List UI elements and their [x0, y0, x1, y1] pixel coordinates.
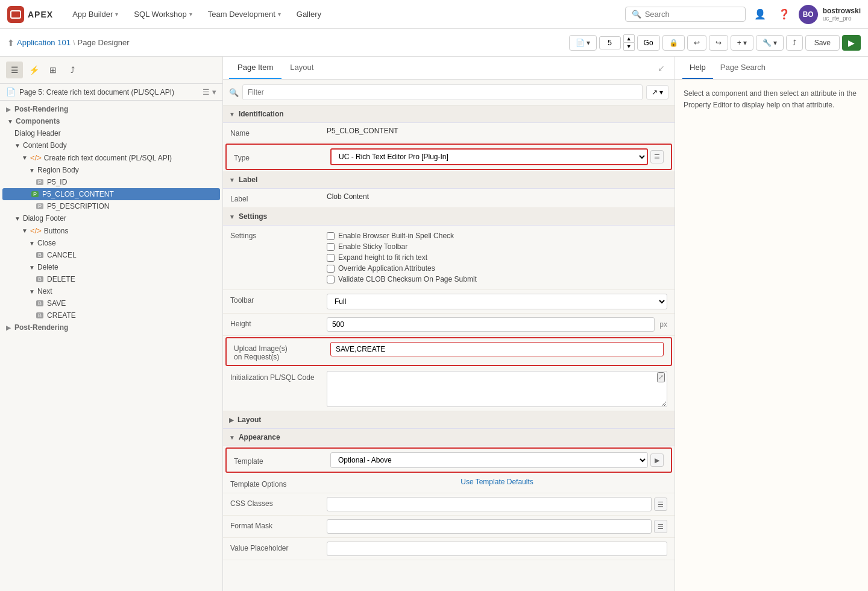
checkbox-spell[interactable]: Enable Browser Built-in Spell Check — [327, 232, 667, 240]
appearance-label: Appearance — [239, 433, 280, 441]
nav-app-builder-arrow: ▾ — [115, 11, 118, 17]
checkbox-validate[interactable]: Validate CLOB Checksum On Page Submit — [327, 275, 667, 283]
tree-components[interactable]: ▼ Components — [0, 115, 222, 127]
nav-sql-workshop[interactable]: SQL Workshop ▾ — [127, 6, 199, 22]
delete-arrow: ▼ — [29, 264, 35, 271]
value-placeholder-input[interactable] — [327, 542, 667, 556]
post-rendering-arrow: ▶ — [6, 324, 12, 331]
spell-check-checkbox[interactable] — [327, 232, 335, 240]
textarea-expand-button[interactable]: ⤢ — [657, 372, 665, 382]
redo-button[interactable]: ↪ — [709, 35, 728, 51]
type-list-button[interactable]: ☰ — [650, 150, 664, 163]
section-label[interactable]: ▼ Label — [223, 171, 675, 189]
nav-app-builder[interactable]: App Builder ▾ — [65, 6, 125, 22]
toolbar-select[interactable]: Full — [327, 294, 667, 309]
css-classes-list-btn[interactable]: ☰ — [654, 498, 667, 511]
share-button[interactable]: ⤴ — [786, 35, 803, 51]
tree-create-richtxt[interactable]: ▼ </> Create rich text document (PL/SQL … — [14, 151, 222, 164]
template-select[interactable]: Optional - Above — [330, 452, 648, 468]
tree-p5-description[interactable]: P P5_DESCRIPTION — [29, 200, 222, 212]
format-mask-list-btn[interactable]: ☰ — [654, 520, 667, 533]
value-placeholder-value — [327, 542, 667, 556]
page-number-input[interactable] — [599, 36, 621, 49]
tab-page-search[interactable]: Page Search — [713, 57, 773, 79]
apex-logo[interactable]: APEX — [7, 6, 53, 23]
tab-help[interactable]: Help — [682, 57, 713, 79]
search-input[interactable] — [645, 10, 739, 19]
section-layout[interactable]: ▶ Layout — [223, 411, 675, 429]
lock-button[interactable]: 🔒 — [662, 35, 685, 51]
go-button[interactable]: Go — [637, 35, 660, 51]
filter-input[interactable] — [242, 84, 643, 100]
breadcrumb-separator: \ — [73, 38, 75, 47]
page-num-down[interactable]: ▼ — [623, 43, 635, 51]
save-button[interactable]: Save — [805, 35, 840, 51]
filter-expand-button[interactable]: ↗ ▾ — [646, 85, 668, 100]
help-button[interactable]: ❓ — [775, 5, 794, 24]
search-box[interactable]: 🔍 — [625, 7, 746, 22]
tree-p5-id[interactable]: P P5_ID — [29, 176, 222, 188]
tree-create-button[interactable]: B CREATE — [29, 309, 222, 321]
tree-content-body[interactable]: ▼ Content Body — [7, 139, 222, 151]
label-section-arrow: ▼ — [229, 177, 235, 183]
toolbar-value: Full — [327, 294, 667, 309]
component-button[interactable]: ⊞ — [45, 62, 61, 78]
tree-next[interactable]: ▼ Next — [22, 285, 222, 297]
checkbox-sticky[interactable]: Enable Sticky Toolbar — [327, 242, 667, 251]
apex-logo-text: APEX — [28, 10, 53, 19]
row-upload: Upload Image(s)on Request(s) — [225, 337, 672, 366]
format-mask-input[interactable] — [327, 519, 652, 534]
tree-delete-button[interactable]: B DELETE — [29, 273, 222, 285]
upload-input[interactable] — [330, 342, 664, 356]
checkbox-override[interactable]: Override Application Attributes — [327, 264, 667, 273]
undo-button[interactable]: ↩ — [687, 35, 706, 51]
section-identification[interactable]: ▼ Identification — [223, 106, 675, 123]
checkbox-expand[interactable]: Expand height to fit rich text — [327, 253, 667, 262]
tree-pre-rendering[interactable]: ▶ Post-Rendering — [0, 103, 222, 115]
tree-view-button[interactable]: ☰ — [6, 62, 23, 78]
run-button[interactable]: ▶ — [842, 35, 861, 51]
create-richtxt-arrow: ▼ — [22, 154, 28, 161]
nav-gallery[interactable]: Gallery — [289, 6, 329, 22]
template-navigate-button[interactable]: ▶ — [650, 454, 664, 467]
tab-spacer — [322, 57, 654, 79]
validate-clob-checkbox[interactable] — [327, 276, 335, 283]
tree-region-body[interactable]: ▼ Region Body — [22, 164, 222, 176]
tree-buttons[interactable]: ▼ </> Buttons — [14, 224, 222, 237]
tab-layout[interactable]: Layout — [281, 57, 322, 79]
height-input[interactable] — [327, 317, 655, 332]
tree-dialog-header[interactable]: Dialog Header — [7, 127, 222, 139]
type-select[interactable]: UC - Rich Text Editor Pro [Plug-In] — [330, 148, 648, 165]
tree-cancel-button[interactable]: B CANCEL — [29, 249, 222, 261]
css-classes-input[interactable] — [327, 497, 652, 511]
override-attrs-checkbox[interactable] — [327, 265, 335, 273]
page-num-up[interactable]: ▲ — [623, 34, 635, 43]
template-options-link[interactable]: Use Template Defaults — [461, 478, 533, 486]
tree-dialog-footer[interactable]: ▼ Dialog Footer — [7, 212, 222, 224]
tab-page-item[interactable]: Page Item — [229, 57, 281, 79]
tree-post-rendering[interactable]: ▶ Post-Rendering — [0, 321, 222, 333]
sticky-toolbar-checkbox[interactable] — [327, 243, 335, 251]
nav-menu: App Builder ▾ SQL Workshop ▾ Team Develo… — [65, 6, 625, 22]
share-left-button[interactable]: ⤴ — [64, 62, 81, 78]
init-plsql-textarea[interactable] — [327, 371, 667, 407]
wrench-button[interactable]: 🔧 ▾ — [756, 35, 784, 51]
tree-delete[interactable]: ▼ Delete — [22, 261, 222, 273]
flash-button[interactable]: ⚡ — [25, 62, 42, 78]
notifications-button[interactable]: 👤 — [750, 5, 770, 24]
tree-save-button[interactable]: B SAVE — [29, 297, 222, 309]
row-value-placeholder: Value Placeholder — [223, 538, 675, 560]
p5-id-icon: P — [36, 179, 43, 185]
tree-p5-clob-content[interactable]: P P5_CLOB_CONTENT — [2, 188, 220, 200]
section-appearance[interactable]: ▼ Appearance — [223, 429, 675, 446]
tree-close[interactable]: ▼ Close — [22, 237, 222, 249]
tree-menu-button[interactable]: ☰ ▾ — [203, 87, 216, 96]
nav-team-development[interactable]: Team Development ▾ — [201, 6, 288, 22]
add-component-button[interactable]: + ▾ — [731, 35, 753, 51]
new-page-button[interactable]: 📄 ▾ — [569, 35, 597, 51]
expand-height-checkbox[interactable] — [327, 254, 335, 262]
section-settings[interactable]: ▼ Settings — [223, 208, 675, 226]
breadcrumb-app-link[interactable]: Application 101 — [17, 38, 71, 47]
avatar[interactable]: BO — [799, 5, 818, 24]
center-panel-toggle[interactable]: ↙ — [654, 57, 668, 79]
